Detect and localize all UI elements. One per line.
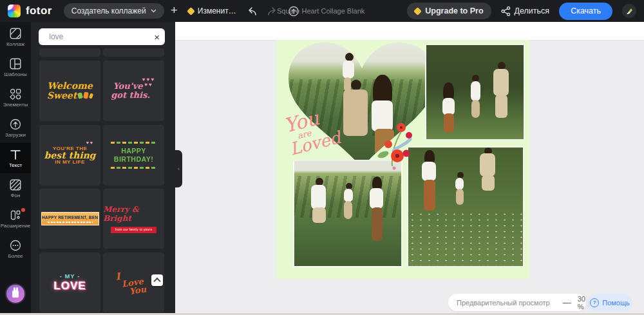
template-tile-happy-retirement[interactable]: HAPPY RETIREMENT, BEN — [39, 189, 100, 249]
retirement-banner: HAPPY RETIREMENT, BEN — [41, 212, 99, 226]
poppy-flowers-illustration[interactable] — [373, 117, 414, 170]
help-button[interactable]: ? Помощь — [587, 294, 632, 311]
notification-badge — [21, 208, 25, 212]
canvas-workspace: You are Loved — [175, 22, 644, 313]
elements-icon — [10, 88, 21, 100]
redo-button[interactable] — [267, 6, 278, 16]
edit-button-label: Изменит… — [198, 6, 236, 15]
template-tile-best-thing[interactable]: YOU'RE THE best thing IN MY LIFE ♥ ♥ — [39, 125, 100, 186]
sidebar-item-extension[interactable]: Расширение — [0, 204, 31, 234]
text-icon — [10, 149, 21, 160]
template-tile-partial[interactable] — [103, 48, 164, 57]
create-collage-label: Создатель коллажей — [71, 6, 146, 15]
retirement-subtext — [48, 222, 93, 224]
clear-search-icon[interactable]: × — [154, 32, 160, 42]
extension-icon — [10, 209, 21, 221]
upgrade-label: Upgrade to Pro — [425, 6, 483, 15]
edit-button[interactable]: Изменит… — [188, 6, 236, 15]
document-title[interactable]: Square Heart Collage Blank — [277, 0, 365, 22]
background-icon — [10, 179, 21, 191]
more-icon — [10, 240, 21, 251]
fotor-logo-icon — [8, 5, 21, 17]
hand-icon — [12, 290, 19, 298]
wildflowers-texture — [408, 211, 523, 266]
hearts-decoration: ♥ ♥ — [86, 140, 93, 145]
sidebar-item-uploads[interactable]: Загрузки — [0, 113, 31, 143]
template-tile-youve-got-this[interactable]: You've got this. ♥ ♥ ♥ ♥ ♥ — [103, 61, 164, 121]
templates-icon — [10, 58, 21, 70]
template-tile-happy-birthday[interactable]: HAPPY BIRTHDAY! — [103, 125, 164, 186]
dashed-line-decoration — [111, 142, 157, 144]
chevron-up-icon — [153, 278, 160, 285]
template-tile-my-love[interactable]: - MY - LOVE — [39, 253, 100, 312]
fotor-logo-text: fotor — [26, 5, 52, 17]
chevron-down-icon — [151, 9, 156, 13]
search-input[interactable] — [48, 32, 150, 42]
user-avatar[interactable] — [622, 4, 636, 18]
dashed-line-decoration — [111, 167, 157, 169]
sidebar-item-collage[interactable]: Коллаж — [0, 22, 31, 52]
left-sidebar: Коллаж Шаблоны Элементы Загрузки Текст Ф… — [0, 22, 31, 313]
panel-collapse-handle[interactable]: ‹ — [175, 150, 182, 187]
preview-button[interactable]: Предварительный просмотр — [457, 299, 550, 307]
candy-icon — [77, 92, 83, 99]
canvas-text-you-are-loved[interactable]: You are Loved — [283, 105, 343, 157]
preview-zoom-bar: Предварительный просмотр — 30 % + — [448, 294, 586, 311]
pro-diamond-icon — [187, 7, 195, 15]
scroll-to-top-button[interactable] — [151, 274, 163, 286]
candy-icon — [89, 93, 94, 99]
photo-cell-family-walk[interactable] — [407, 146, 524, 267]
create-collage-dropdown[interactable]: Создатель коллажей — [64, 3, 164, 19]
photo-cell-family-swing[interactable] — [293, 160, 402, 267]
sidebar-item-text[interactable]: Текст — [0, 143, 31, 173]
question-icon: ? — [590, 298, 599, 307]
sidebar-item-elements[interactable]: Элементы — [0, 82, 31, 113]
secondary-toolbar — [175, 22, 644, 41]
upgrade-to-pro-button[interactable]: Upgrade to Pro — [407, 3, 491, 19]
topbar-right-cluster: Upgrade to Pro Делиться Скачать — [407, 3, 636, 20]
zoom-level: 30 % — [578, 295, 585, 310]
fotor-collage-editor: fotor Создатель коллажей + Изменит… Squa… — [0, 0, 644, 315]
undo-button[interactable] — [247, 6, 258, 16]
candy-icon — [83, 91, 89, 99]
pro-diamond-icon — [413, 7, 422, 15]
sidebar-item-background[interactable]: Фон — [0, 173, 31, 204]
share-label: Делиться — [515, 6, 550, 15]
hearts-decoration: ♥ ♥ ♥ ♥ ♥ — [141, 77, 155, 88]
share-button[interactable]: Делиться — [501, 6, 550, 16]
uploads-icon — [10, 119, 21, 130]
template-tile-welcome-sweet[interactable]: Welcome Sweet — [39, 61, 100, 121]
fotor-logo[interactable]: fotor — [8, 5, 52, 17]
search-bar[interactable]: × — [39, 28, 165, 45]
photo-cell-family-garden[interactable] — [425, 44, 525, 140]
template-tile-merry-bright[interactable]: Merry & Bright from our family to yours — [103, 189, 164, 249]
share-nodes-icon — [501, 6, 511, 16]
template-tile-partial[interactable] — [39, 48, 100, 57]
add-page-button[interactable]: + — [171, 3, 178, 17]
sidebar-sticker-avatar[interactable] — [5, 283, 26, 304]
download-button[interactable]: Скачать — [559, 3, 612, 20]
quill-icon — [625, 7, 634, 15]
top-toolbar: fotor Создатель коллажей + Изменит… Squa… — [0, 0, 644, 22]
help-label: Помощь — [602, 299, 630, 307]
collage-canvas[interactable]: You are Loved — [276, 40, 529, 279]
text-templates-panel: × Welcome Sweet You've got this. ♥ ♥ ♥ ♥… — [31, 22, 175, 313]
zoom-out-button[interactable]: — — [563, 298, 571, 307]
collage-icon — [10, 28, 21, 39]
sidebar-item-more[interactable]: Более — [0, 234, 31, 264]
sidebar-item-templates[interactable]: Шаблоны — [0, 52, 31, 82]
